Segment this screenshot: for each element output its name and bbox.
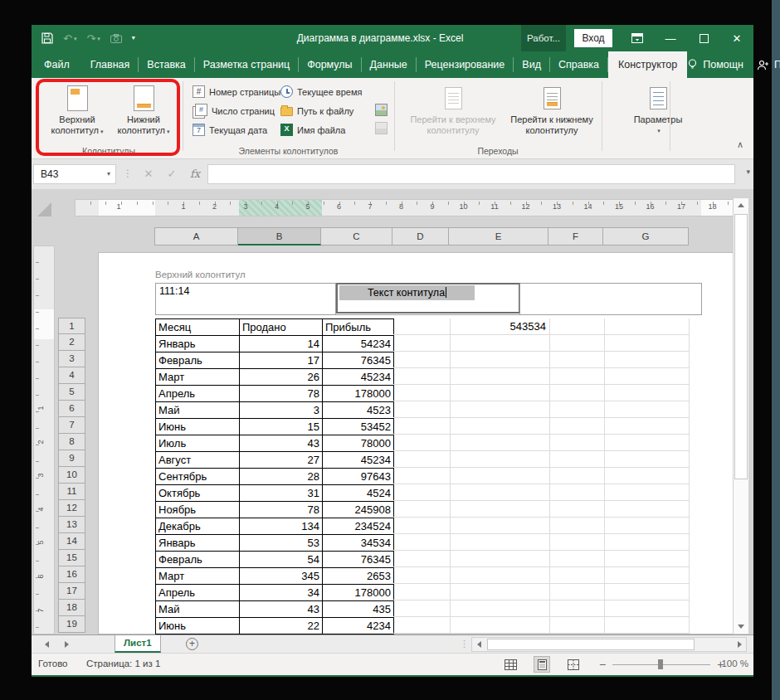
footer-button[interactable]: Нижний колонтитул▾: [111, 81, 176, 153]
table-cell[interactable]: 4234: [323, 618, 394, 634]
element-button-current-time[interactable]: Текущее время: [280, 82, 362, 101]
tab-design-active[interactable]: Конструктор: [608, 51, 687, 78]
row-header-5[interactable]: 5: [58, 384, 85, 401]
row-header-7[interactable]: 7: [58, 417, 85, 434]
enter-formula-icon[interactable]: ✓: [161, 164, 183, 184]
table-cell[interactable]: Месяц: [156, 319, 240, 336]
header-button[interactable]: Верхний колонтитул▾: [45, 81, 110, 153]
header-center-section-active[interactable]: Текст контитула: [336, 283, 520, 314]
table-cell[interactable]: 34: [240, 585, 323, 601]
row-header-3[interactable]: 3: [58, 351, 85, 367]
table-cell[interactable]: 53: [240, 535, 323, 552]
table-cell[interactable]: 15: [240, 419, 323, 435]
row-header-9[interactable]: 9: [58, 450, 85, 467]
table-cell[interactable]: Январь: [156, 336, 240, 352]
table-cell[interactable]: 22: [240, 618, 323, 634]
element-button-page-number[interactable]: Номер страницы: [193, 82, 280, 101]
table-cell[interactable]: 234524: [323, 518, 394, 535]
table-cell[interactable]: 54234: [323, 336, 394, 352]
maximize-button[interactable]: [687, 25, 720, 51]
row-header-2[interactable]: 2: [58, 334, 85, 351]
table-cell[interactable]: 54: [240, 552, 323, 568]
tab-Справка[interactable]: Справка: [550, 57, 608, 72]
table-cell[interactable]: 28: [240, 469, 323, 485]
ribbon-display-options-icon[interactable]: [621, 25, 654, 51]
save-icon[interactable]: [41, 32, 53, 44]
tab-scroll-splitter[interactable]: ⋮: [460, 639, 469, 649]
table-cell[interactable]: 97643: [323, 469, 394, 485]
column-header-F[interactable]: F: [548, 227, 603, 245]
table-cell[interactable]: 27: [240, 452, 323, 469]
table-cell[interactable]: 45234: [323, 452, 394, 469]
sign-in-button[interactable]: Вход: [574, 29, 612, 47]
sheet-nav-left-icon[interactable]: [38, 635, 55, 654]
page-break-view-icon[interactable]: [566, 657, 581, 672]
column-header-E[interactable]: E: [449, 227, 548, 245]
row-header-13[interactable]: 13: [58, 517, 85, 533]
table-cell[interactable]: 4524: [323, 485, 394, 502]
goto-header-button[interactable]: Перейти к верхнему колонтитулу: [403, 81, 503, 153]
row-header-16[interactable]: 16: [58, 566, 85, 583]
row-header-8[interactable]: 8: [58, 434, 85, 450]
options-button[interactable]: Параметры ▾: [631, 81, 685, 153]
header-left-section[interactable]: 111:14: [156, 284, 336, 314]
table-cell[interactable]: Январь: [156, 535, 240, 552]
table-cell[interactable]: 43: [240, 435, 323, 452]
row-header-19[interactable]: 19: [58, 616, 85, 633]
column-header-A[interactable]: A: [154, 227, 238, 245]
row-header-10[interactable]: 10: [58, 467, 85, 484]
share-button[interactable]: Поделиться: [757, 59, 780, 70]
format-picture-button[interactable]: [372, 119, 390, 137]
sheet-tab-list1[interactable]: Лист1: [115, 635, 161, 653]
collapse-ribbon-icon[interactable]: ∧: [737, 139, 743, 150]
element-button-page-count[interactable]: Число страниц: [193, 101, 280, 120]
row-header-12[interactable]: 12: [58, 500, 85, 517]
tab-file[interactable]: Файл: [32, 51, 82, 78]
row-header-18[interactable]: 18: [58, 600, 85, 616]
element-button-file-name[interactable]: Имя файла: [280, 120, 362, 139]
table-cell[interactable]: Февраль: [156, 352, 240, 369]
table-cell[interactable]: Август: [156, 452, 240, 469]
tab-Главная[interactable]: Главная: [82, 57, 139, 72]
column-header-C[interactable]: C: [321, 227, 392, 245]
tab-Вставка[interactable]: Вставка: [139, 57, 194, 72]
select-all-button[interactable]: [37, 202, 51, 216]
name-box[interactable]: B43 ▾: [33, 164, 116, 184]
picture-button[interactable]: [372, 100, 390, 119]
redo-icon[interactable]: ↷▾: [86, 33, 100, 44]
table-cell[interactable]: Май: [156, 402, 240, 419]
table-cell[interactable]: 53452: [323, 419, 394, 435]
table-cell[interactable]: 134: [240, 518, 323, 535]
table-cell[interactable]: 178000: [323, 585, 394, 601]
table-cell[interactable]: Июнь: [156, 618, 240, 634]
table-cell[interactable]: Сентябрь: [156, 469, 240, 485]
cell-e1[interactable]: 543534: [450, 318, 549, 335]
expand-formula-bar-icon[interactable]: ▾: [746, 168, 750, 176]
scroll-up-icon[interactable]: [734, 198, 748, 212]
column-header-G[interactable]: G: [603, 227, 689, 245]
table-cell[interactable]: 4523: [323, 402, 394, 419]
row-header-14[interactable]: 14: [58, 533, 85, 550]
table-cell[interactable]: 345: [240, 568, 323, 585]
table-cell[interactable]: Июнь: [156, 419, 240, 435]
table-cell[interactable]: Март: [156, 568, 240, 585]
table-cell[interactable]: Прибыль: [323, 319, 394, 336]
tab-Вид[interactable]: Вид: [514, 57, 550, 72]
table-cell[interactable]: Март: [156, 369, 240, 386]
table-cell[interactable]: 31: [240, 485, 323, 502]
header-right-section[interactable]: [519, 284, 701, 314]
header-selected-text[interactable]: Текст контитула: [339, 285, 475, 300]
table-cell[interactable]: Ноябрь: [156, 502, 240, 518]
sheet-nav-right-icon[interactable]: [58, 635, 75, 654]
table-cell[interactable]: Апрель: [156, 585, 240, 601]
insert-function-icon[interactable]: fx: [184, 164, 206, 184]
row-header-11[interactable]: 11: [58, 484, 85, 500]
close-button[interactable]: ✕: [720, 25, 753, 51]
tell-me-button[interactable]: Помощн: [687, 59, 743, 70]
table-cell[interactable]: 78: [240, 386, 323, 402]
table-cell[interactable]: 245908: [323, 502, 394, 518]
zoom-out-icon[interactable]: −: [599, 658, 606, 671]
column-header-B[interactable]: B: [238, 227, 321, 245]
table-cell[interactable]: 17: [240, 352, 323, 369]
scroll-left-icon[interactable]: [472, 638, 485, 651]
